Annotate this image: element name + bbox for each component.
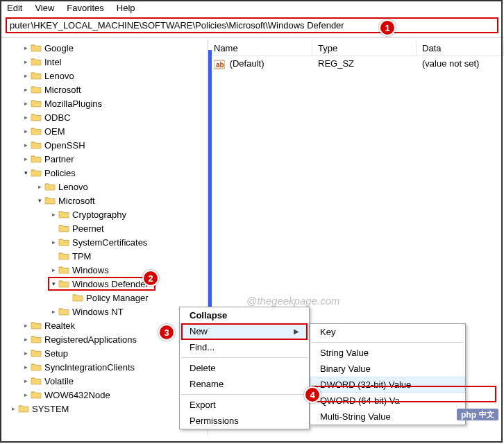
chevron-right-icon[interactable]: ▸ (21, 142, 31, 148)
ctx-delete[interactable]: Delete (180, 360, 309, 376)
tree-item[interactable]: ▸Windows NT (0, 305, 208, 318)
splitter[interactable] (208, 50, 212, 314)
folder-icon (31, 112, 42, 122)
chevron-right-icon[interactable]: ▸ (21, 155, 31, 162)
chevron-right-icon[interactable]: ▸ (21, 72, 31, 79)
chevron-down-icon[interactable]: ▾ (21, 169, 31, 176)
chevron-right-icon[interactable]: ▸ (21, 86, 31, 93)
tree-item-label: OEM (44, 126, 65, 137)
ctx-new[interactable]: New▶ (180, 323, 309, 339)
chevron-right-icon[interactable]: ▸ (21, 114, 31, 121)
chevron-right-icon[interactable]: ▸ (35, 183, 44, 190)
col-type[interactable]: Type (312, 41, 417, 56)
tree-item-label: SystemCertificates (72, 237, 147, 248)
tree-item-label: Policy Manager (86, 293, 149, 303)
chevron-down-icon[interactable]: ▾ (35, 197, 44, 204)
tree-item[interactable]: ▸OpenSSH (0, 138, 208, 152)
ctx-collapse[interactable]: Collapse (180, 307, 309, 323)
tree-item[interactable]: ▸SyncIntegrationClients (0, 360, 208, 374)
chevron-right-icon[interactable]: ▸ (21, 322, 31, 329)
row-data: (value not set) (417, 58, 504, 70)
tree-item[interactable]: ▸Realtek (0, 318, 208, 332)
tree-item[interactable]: ▸OEM (0, 124, 208, 138)
tree-item[interactable]: ▸Cryptography (0, 207, 208, 221)
folder-icon (31, 390, 42, 400)
ctx-qword-value[interactable]: QWORD (64-bit) Va (310, 393, 465, 409)
address-path: \HKEY_LOCAL_MACHINE\SOFTWARE\Policies\Mi… (31, 20, 494, 31)
ctx-string-value[interactable]: String Value (310, 345, 465, 361)
chevron-down-icon[interactable]: ▾ (49, 280, 58, 287)
tree-item[interactable]: TPM (0, 249, 208, 263)
chevron-right-icon[interactable]: ▸ (21, 350, 31, 357)
tree-item-label: Windows (72, 265, 109, 275)
tree-item-label: SyncIntegrationClients (44, 362, 135, 373)
chevron-right-icon[interactable]: ▸ (21, 336, 31, 343)
chevron-right-icon[interactable]: ▸ (8, 405, 18, 412)
folder-icon (44, 196, 56, 205)
tree-item[interactable]: ▾Windows Defender (0, 277, 208, 291)
tree-item[interactable]: ▸Volatile (0, 374, 208, 388)
tree-item[interactable]: Peernet (0, 221, 208, 235)
tree-item[interactable]: ▸ODBC (0, 110, 208, 124)
chevron-right-icon[interactable]: ▸ (21, 58, 31, 65)
ctx-export[interactable]: Export (180, 397, 309, 413)
tree-item[interactable]: ▾Microsoft (0, 194, 208, 207)
tree-item[interactable]: ▸SystemCertificates (0, 235, 208, 249)
ctx-rename[interactable]: Rename (180, 376, 309, 392)
tree-item[interactable]: ▸MozillaPlugins (0, 96, 208, 110)
tree-item-label: MozillaPlugins (44, 99, 102, 109)
folder-icon (31, 376, 42, 386)
tree-pane[interactable]: ▸Google▸Intel▸Lenovo▸Microsoft▸MozillaPl… (0, 40, 208, 435)
ctx-dword-value[interactable]: DWORD (32-bit) Value (310, 377, 465, 393)
menubar: Edit View Favorites Help (0, 0, 504, 17)
chevron-right-icon[interactable]: ▸ (49, 266, 58, 273)
callout-3: 3 (158, 324, 175, 341)
menu-help[interactable]: Help (117, 3, 135, 13)
col-name[interactable]: Name (208, 41, 312, 56)
callout-2: 2 (142, 270, 159, 287)
tree-item-label: Setup (44, 348, 68, 359)
menu-edit[interactable]: Edit (7, 3, 22, 13)
chevron-right-icon[interactable]: ▸ (21, 377, 31, 384)
chevron-right-icon[interactable]: ▸ (49, 239, 58, 246)
ctx-key[interactable]: Key (310, 324, 465, 340)
watermark: @thegeekpage.com (246, 295, 339, 307)
context-submenu-new[interactable]: Key String Value Binary Value DWORD (32-… (310, 323, 466, 425)
ctx-multi-string-value[interactable]: Multi-String Value (310, 409, 465, 425)
tree-item-label: ODBC (44, 112, 71, 123)
tree-item[interactable]: ▸SYSTEM (0, 402, 208, 416)
list-row[interactable]: ab (Default) REG_SZ (value not set) (208, 56, 504, 71)
tree-item[interactable]: ▸Intel (0, 55, 208, 69)
tree-item[interactable]: ▸Setup (0, 346, 208, 360)
menu-favorites[interactable]: Favorites (67, 3, 103, 13)
context-menu[interactable]: Collapse New▶ Find... Delete Rename Expo… (179, 307, 310, 429)
address-bar[interactable]: puter \HKEY_LOCAL_MACHINE\SOFTWARE\Polic… (6, 17, 498, 33)
chevron-right-icon[interactable]: ▸ (21, 128, 31, 135)
tree-item[interactable]: ▸Google (0, 41, 208, 55)
ctx-binary-value[interactable]: Binary Value (310, 361, 465, 377)
chevron-right-icon[interactable]: ▸ (21, 364, 31, 370)
tree-item[interactable]: ▸Lenovo (0, 69, 208, 83)
chevron-right-icon[interactable]: ▸ (21, 44, 31, 51)
folder-icon (18, 404, 29, 413)
tree-item[interactable]: ▸RegisteredApplications (0, 332, 208, 346)
chevron-right-icon[interactable]: ▸ (49, 308, 58, 315)
chevron-right-icon[interactable]: ▸ (21, 391, 31, 398)
ctx-permissions[interactable]: Permissions (180, 413, 309, 429)
chevron-right-icon[interactable]: ▸ (49, 211, 58, 218)
callout-4: 4 (304, 386, 321, 403)
chevron-right-icon[interactable]: ▸ (21, 100, 31, 107)
tree-item[interactable]: ▸Microsoft (0, 83, 208, 96)
tree-item[interactable]: ▸Lenovo (0, 180, 208, 194)
tree-item[interactable]: Policy Manager (0, 291, 208, 305)
tree-item[interactable]: ▸Partner (0, 152, 208, 166)
col-data[interactable]: Data (417, 41, 504, 56)
ctx-find[interactable]: Find... (180, 339, 309, 355)
menu-view[interactable]: View (35, 3, 54, 13)
folder-icon (58, 279, 69, 289)
tree-item-label: Partner (44, 154, 74, 164)
folder-icon (58, 265, 69, 275)
tree-item[interactable]: ▾Policies (0, 166, 208, 180)
tree-item[interactable]: ▸Windows (0, 263, 208, 277)
tree-item[interactable]: ▸WOW6432Node (0, 388, 208, 402)
